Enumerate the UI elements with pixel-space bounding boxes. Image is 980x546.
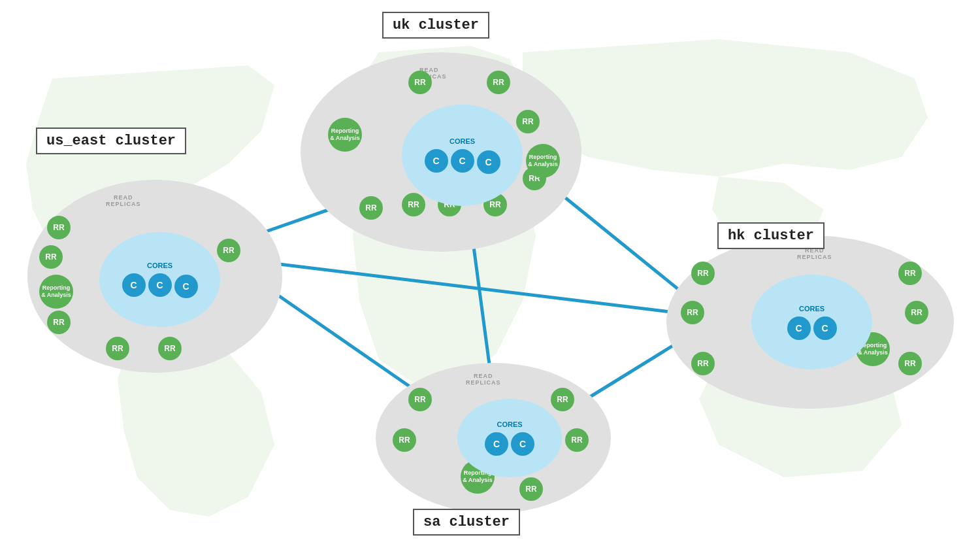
sa-rr-1: RR (408, 388, 432, 411)
hk-read-replicas-label: READREPLICAS (797, 247, 832, 260)
us-east-rr-3: RR (47, 311, 71, 334)
uk-cluster-ellipse: READREPLICAS RR RR RR RR RR RR Reporting… (301, 52, 581, 252)
sa-rr-3: RR (393, 428, 416, 452)
us-east-rr-1: RR (47, 216, 71, 239)
hk-core-1: C (787, 316, 811, 340)
hk-cluster-ellipse: READREPLICAS RR RR RR RR RR RR Reporting… (666, 235, 954, 409)
uk-rr-1: RR (408, 71, 432, 94)
hk-core-2: C (813, 316, 837, 340)
us-east-core-3: C (174, 275, 198, 298)
us-east-core-2: C (148, 273, 172, 297)
hk-cores-label: CORES (799, 305, 825, 313)
us-east-core-1: C (122, 273, 146, 297)
us-east-rr-2: RR (39, 245, 63, 269)
uk-core-3: C (477, 150, 500, 174)
sa-rr-2: RR (551, 388, 574, 411)
uk-cluster-label: uk cluster (382, 12, 489, 39)
uk-core-2: C (451, 149, 474, 173)
sa-core-2: C (511, 432, 534, 456)
sa-cluster-label: sa cluster (413, 509, 520, 536)
us-east-cluster-label: us_east cluster (36, 128, 186, 154)
sa-read-replicas-label: READREPLICAS (466, 373, 501, 386)
sa-cores-label: CORES (497, 420, 522, 428)
hk-rr-2: RR (898, 262, 922, 285)
sa-rr-5: RR (519, 477, 543, 501)
sa-core-1: C (485, 432, 508, 456)
uk-reporting-right: Reporting& Analysis (526, 144, 560, 178)
uk-reporting-left: Reporting& Analysis (328, 118, 362, 152)
sa-rr-4: RR (565, 428, 589, 452)
us-east-rr-6: RR (217, 239, 240, 262)
hk-rr-3: RR (681, 301, 704, 324)
hk-cluster-label: hk cluster (717, 222, 825, 249)
us-east-reporting: Reporting& Analysis (39, 275, 73, 309)
us-east-cluster-ellipse: READREPLICAS RR RR RR RR RR RR Reporting… (27, 180, 282, 373)
hk-rr-4: RR (905, 301, 928, 324)
hk-rr-6: RR (898, 352, 922, 375)
us-east-read-replicas-label: READREPLICAS (106, 194, 141, 207)
hk-cores-ellipse: CORES C C (751, 275, 872, 369)
uk-cores-ellipse: CORES C C C (402, 105, 523, 206)
uk-cores-label: CORES (449, 137, 475, 145)
uk-rr-7: RR (359, 196, 383, 220)
hk-rr-1: RR (691, 262, 715, 285)
us-east-cores-ellipse: CORES C C C (99, 232, 220, 327)
us-east-cores-label: CORES (147, 262, 172, 269)
us-east-rr-5: RR (158, 337, 182, 360)
sa-cluster-ellipse: READREPLICAS RR RR RR RR RR Reporting& A… (376, 363, 611, 513)
uk-rr-3: RR (516, 110, 540, 133)
uk-rr-8: RR (402, 193, 425, 216)
uk-core-1: C (425, 149, 448, 173)
sa-cores-ellipse: CORES C C (457, 399, 562, 477)
uk-rr-2: RR (487, 71, 510, 94)
hk-rr-5: RR (691, 352, 715, 375)
us-east-rr-4: RR (106, 337, 129, 360)
